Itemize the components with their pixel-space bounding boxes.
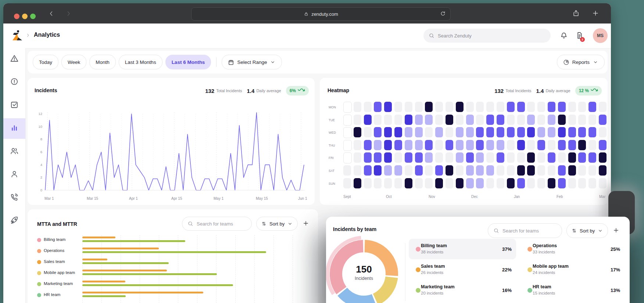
- heatmap-cell[interactable]: [588, 178, 596, 188]
- heatmap-cell[interactable]: [415, 165, 423, 176]
- heatmap-cell[interactable]: [476, 152, 484, 163]
- heatmap-cell[interactable]: [405, 140, 412, 150]
- heatmap-cell[interactable]: [394, 152, 402, 163]
- heatmap-cell[interactable]: [476, 140, 484, 150]
- heatmap-cell[interactable]: [537, 127, 545, 137]
- minimize-window-button[interactable]: [22, 14, 28, 19]
- heatmap-cell[interactable]: [466, 102, 474, 112]
- heatmap-cell[interactable]: [405, 102, 412, 112]
- heatmap-cell[interactable]: [466, 152, 474, 163]
- mtta-add-button[interactable]: [303, 220, 309, 228]
- heatmap-cell[interactable]: [456, 102, 464, 112]
- mtta-bar[interactable]: [82, 248, 159, 249]
- heatmap-cell[interactable]: [558, 178, 566, 188]
- heatmap-cell[interactable]: [517, 152, 525, 163]
- heatmap-cell[interactable]: [466, 165, 474, 176]
- heatmap-cell[interactable]: [486, 152, 494, 163]
- heatmap-cell[interactable]: [374, 102, 382, 112]
- mtta-bar[interactable]: [82, 281, 125, 282]
- filter-pill-week[interactable]: Week: [61, 55, 86, 69]
- heatmap-cell[interactable]: [405, 127, 412, 137]
- heatmap-cell[interactable]: [343, 152, 352, 163]
- heatmap-cell[interactable]: [476, 165, 484, 176]
- heatmap-cell[interactable]: [415, 178, 423, 188]
- mttr-bar[interactable]: [82, 251, 266, 253]
- heatmap-cell[interactable]: [599, 115, 607, 125]
- heatmap-cell[interactable]: [486, 140, 494, 150]
- heatmap-cell[interactable]: [486, 165, 494, 176]
- heatmap-cell[interactable]: [446, 140, 453, 150]
- heatmap-cell[interactable]: [548, 127, 555, 137]
- heatmap-cell[interactable]: [354, 165, 361, 176]
- heatmap-cell[interactable]: [578, 102, 586, 112]
- heatmap-cell[interactable]: [384, 102, 392, 112]
- heatmap-cell[interactable]: [466, 115, 474, 125]
- reports-dropdown[interactable]: Reports: [557, 55, 605, 69]
- team-sort-dropdown[interactable]: Sort by: [566, 223, 608, 238]
- heatmap-cell[interactable]: [425, 140, 433, 150]
- heatmap-cell[interactable]: [415, 127, 423, 137]
- sidebar-item-analytics[interactable]: [3, 118, 25, 139]
- heatmap-cell[interactable]: [537, 102, 545, 112]
- heatmap-cell[interactable]: [354, 102, 361, 112]
- mttr-bar[interactable]: [82, 262, 169, 264]
- heatmap-cell[interactable]: [354, 115, 361, 125]
- heatmap-cell[interactable]: [517, 127, 525, 137]
- mtta-bar[interactable]: [82, 259, 107, 260]
- heatmap-cell[interactable]: [364, 178, 372, 188]
- heatmap-cell[interactable]: [435, 152, 443, 163]
- heatmap-cell[interactable]: [527, 178, 535, 188]
- heatmap-cell[interactable]: [364, 152, 372, 163]
- back-button[interactable]: [48, 10, 55, 17]
- heatmap-cell[interactable]: [425, 127, 433, 137]
- select-range-dropdown[interactable]: Select Range: [222, 55, 282, 69]
- filter-pill-today[interactable]: Today: [33, 55, 58, 69]
- heatmap-cell[interactable]: [405, 178, 412, 188]
- heatmap-cell[interactable]: [456, 165, 464, 176]
- heatmap-cell[interactable]: [537, 152, 545, 163]
- heatmap-cell[interactable]: [486, 102, 494, 112]
- mtta-bar[interactable]: [82, 270, 167, 271]
- filter-pill-month[interactable]: Month: [89, 55, 116, 69]
- heatmap-cell[interactable]: [456, 115, 464, 125]
- heatmap-cell[interactable]: [374, 152, 382, 163]
- mttr-bar[interactable]: [82, 295, 126, 297]
- heatmap-cell[interactable]: [466, 127, 474, 137]
- heatmap-cell[interactable]: [343, 102, 352, 113]
- mtta-bar[interactable]: [82, 237, 115, 238]
- heatmap-cell[interactable]: [568, 140, 576, 150]
- heatmap-cell[interactable]: [384, 152, 392, 163]
- heatmap-cell[interactable]: [435, 165, 443, 176]
- heatmap-cell[interactable]: [394, 140, 402, 150]
- heatmap-cell[interactable]: [384, 178, 392, 188]
- mtta-sort-dropdown[interactable]: Sort by: [256, 217, 298, 231]
- heatmap-cell[interactable]: [354, 140, 361, 150]
- zoom-window-button[interactable]: [30, 14, 36, 19]
- heatmap-cell[interactable]: [354, 152, 361, 163]
- heatmap-cell[interactable]: [507, 178, 515, 188]
- heatmap-cell[interactable]: [384, 127, 392, 137]
- heatmap-cell[interactable]: [517, 178, 525, 188]
- heatmap-cell[interactable]: [568, 115, 576, 125]
- heatmap-cell[interactable]: [446, 102, 453, 112]
- heatmap-cell[interactable]: [517, 115, 525, 125]
- heatmap-cell[interactable]: [537, 165, 545, 176]
- heatmap-cell[interactable]: [578, 165, 586, 176]
- heatmap-cell[interactable]: [343, 115, 352, 126]
- heatmap-cell[interactable]: [394, 127, 402, 137]
- sidebar-item-teams[interactable]: [3, 141, 25, 162]
- heatmap-cell[interactable]: [425, 152, 433, 163]
- heatmap-cell[interactable]: [374, 140, 382, 150]
- heatmap-cell[interactable]: [497, 178, 504, 188]
- refresh-icon[interactable]: [440, 11, 446, 18]
- notifications-bell-icon[interactable]: [560, 32, 568, 41]
- heatmap-cell[interactable]: [497, 165, 504, 176]
- team-search-input[interactable]: Search for teams: [488, 223, 562, 238]
- heatmap-cell[interactable]: [527, 140, 535, 150]
- heatmap-cell[interactable]: [466, 178, 474, 188]
- heatmap-cell[interactable]: [476, 178, 484, 188]
- heatmap-cell[interactable]: [568, 102, 576, 112]
- sidebar-item-tasks[interactable]: [3, 95, 25, 116]
- heatmap-cell[interactable]: [425, 165, 433, 176]
- heatmap-cell[interactable]: [476, 127, 484, 137]
